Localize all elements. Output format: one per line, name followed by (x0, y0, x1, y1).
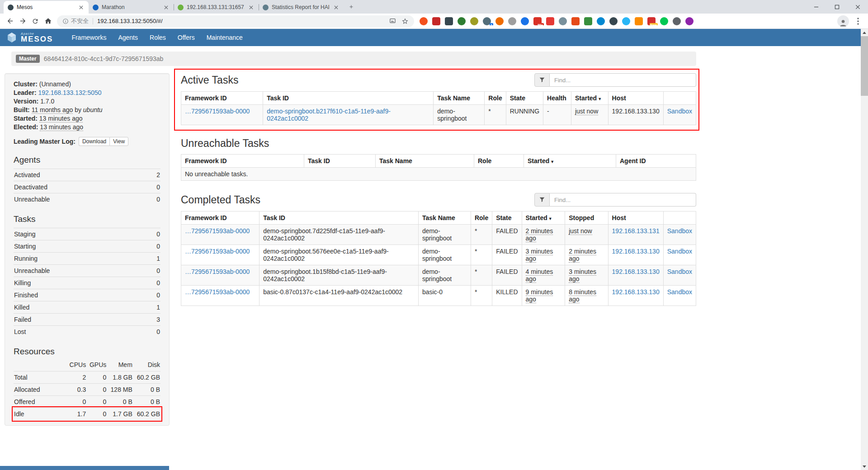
extension-icon[interactable] (635, 17, 643, 25)
tab-close-icon[interactable] (77, 4, 85, 11)
extension-icon[interactable]: 1 (483, 17, 491, 25)
extension-icon[interactable]: New (647, 17, 656, 25)
leader-link[interactable]: 192.168.133.132:5050 (38, 89, 101, 96)
col-started[interactable]: Started▼ (524, 155, 616, 168)
profile-avatar[interactable] (837, 15, 849, 27)
tab-title: 192.168.133.131:31657/hello (187, 4, 244, 10)
col-stopped[interactable]: Stopped (565, 212, 608, 225)
mesos-brand[interactable]: Apache MESOS (6, 32, 53, 43)
col-task-name[interactable]: Task Name (434, 92, 485, 105)
nav-item-offers[interactable]: Offers (172, 29, 201, 46)
scrollbar-thumb[interactable] (861, 36, 868, 96)
extension-icon[interactable] (685, 17, 693, 25)
scroll-down-button[interactable] (861, 463, 868, 470)
task-id-link[interactable]: demo-springboot.b217f610-c1a5-11e9-aaf9-… (267, 108, 391, 122)
col-task-id[interactable]: Task ID (304, 155, 376, 168)
col-framework-id[interactable]: Framework ID (181, 212, 259, 225)
framework-id-link[interactable]: …7295671593ab-0000 (185, 288, 250, 296)
framework-id-link[interactable]: …7295671593ab-0000 (185, 108, 250, 115)
col-task-id[interactable]: Task ID (259, 212, 419, 225)
extension-icon[interactable] (673, 17, 681, 25)
extension-icon[interactable] (445, 17, 453, 25)
security-chip[interactable]: 不安全 (62, 17, 89, 25)
nav-item-agents[interactable]: Agents (112, 29, 144, 46)
tab-close-icon[interactable] (247, 4, 255, 11)
col-framework-id[interactable]: Framework ID (181, 92, 263, 105)
vertical-scrollbar[interactable] (861, 29, 868, 470)
page-action-icon[interactable] (389, 18, 396, 24)
extension-icon[interactable] (609, 17, 618, 25)
col-role[interactable]: Role (474, 155, 524, 168)
col-framework-id[interactable]: Framework ID (181, 155, 304, 168)
find-input[interactable] (550, 193, 696, 207)
scroll-up-button[interactable] (861, 29, 868, 36)
extension-icon[interactable] (420, 17, 428, 25)
col-agent-id[interactable]: Agent ID (616, 155, 696, 168)
col-role[interactable]: Role (485, 92, 506, 105)
host-link[interactable]: 192.168.133.130 (612, 248, 660, 255)
col-state[interactable]: State (492, 212, 522, 225)
col-host[interactable]: Host (608, 212, 663, 225)
sandbox-link[interactable]: Sandbox (667, 108, 692, 115)
extension-icon[interactable] (508, 17, 516, 25)
extension-icon[interactable] (559, 17, 567, 25)
sandbox-link[interactable]: Sandbox (667, 268, 692, 275)
tab-marathon[interactable]: Marathon (89, 1, 174, 14)
col-started[interactable]: Started▼ (571, 92, 608, 105)
tab-close-icon[interactable] (332, 4, 340, 11)
filter-button[interactable] (534, 73, 550, 87)
new-tab-button[interactable] (345, 1, 357, 13)
framework-id-link[interactable]: …7295671593ab-0000 (185, 248, 250, 255)
nav-item-maintenance[interactable]: Maintenance (201, 29, 249, 46)
filter-button[interactable] (534, 193, 550, 207)
forward-button[interactable] (16, 15, 29, 28)
framework-id-link[interactable]: …7295671593ab-0000 (185, 268, 250, 275)
refresh-button[interactable] (29, 15, 42, 28)
col-task-id[interactable]: Task ID (263, 92, 434, 105)
maximize-button[interactable] (826, 0, 847, 14)
col-role[interactable]: Role (471, 212, 492, 225)
extension-icon[interactable] (458, 17, 466, 25)
table-row: Staging0 (14, 228, 160, 240)
extension-icon[interactable] (660, 17, 668, 25)
bookmark-star-icon[interactable] (401, 18, 409, 25)
col-health[interactable]: Health (543, 92, 571, 105)
col-task-name[interactable]: Task Name (376, 155, 474, 168)
home-button[interactable] (42, 15, 54, 28)
extension-icon[interactable]: 99+ (533, 17, 542, 25)
host-link[interactable]: 192.168.133.131 (612, 227, 660, 235)
col-host[interactable]: Host (608, 92, 663, 105)
tab-haproxy[interactable]: Statistics Report for HAProxy (259, 1, 344, 14)
col-state[interactable]: State (506, 92, 543, 105)
extension-icon[interactable] (597, 17, 605, 25)
address-bar[interactable]: 不安全 192.168.133.132:5050/#/ (57, 15, 414, 27)
extension-icon[interactable] (521, 17, 529, 25)
host-link[interactable]: 192.168.133.130 (612, 288, 660, 296)
find-input[interactable] (550, 73, 696, 87)
view-log-button[interactable]: View (109, 137, 128, 146)
back-button[interactable] (4, 15, 16, 28)
tab-close-icon[interactable] (162, 4, 170, 11)
host-link[interactable]: 192.168.133.130 (612, 268, 660, 275)
extension-icon[interactable] (470, 17, 478, 25)
nav-item-roles[interactable]: Roles (144, 29, 172, 46)
extension-icon[interactable] (622, 17, 630, 25)
sandbox-link[interactable]: Sandbox (667, 227, 692, 235)
browser-menu-button[interactable] (852, 15, 864, 28)
nav-item-frameworks[interactable]: Frameworks (66, 29, 112, 46)
col-task-name[interactable]: Task Name (418, 212, 471, 225)
extension-icon[interactable] (495, 17, 504, 25)
extension-icon[interactable] (584, 17, 592, 25)
download-log-button[interactable]: Download (79, 137, 109, 146)
extension-icon[interactable] (432, 17, 440, 25)
tab-hello[interactable]: 192.168.133.131:31657/hello (174, 1, 259, 14)
close-window-button[interactable] (847, 0, 868, 14)
tab-mesos[interactable]: Mesos (4, 1, 89, 14)
sandbox-link[interactable]: Sandbox (667, 248, 692, 255)
extension-icon[interactable] (571, 17, 580, 25)
extension-icon[interactable] (546, 17, 554, 25)
sandbox-link[interactable]: Sandbox (667, 288, 692, 296)
minimize-button[interactable] (806, 0, 826, 14)
framework-id-link[interactable]: …7295671593ab-0000 (185, 227, 250, 235)
col-started[interactable]: Started▼ (522, 212, 565, 225)
